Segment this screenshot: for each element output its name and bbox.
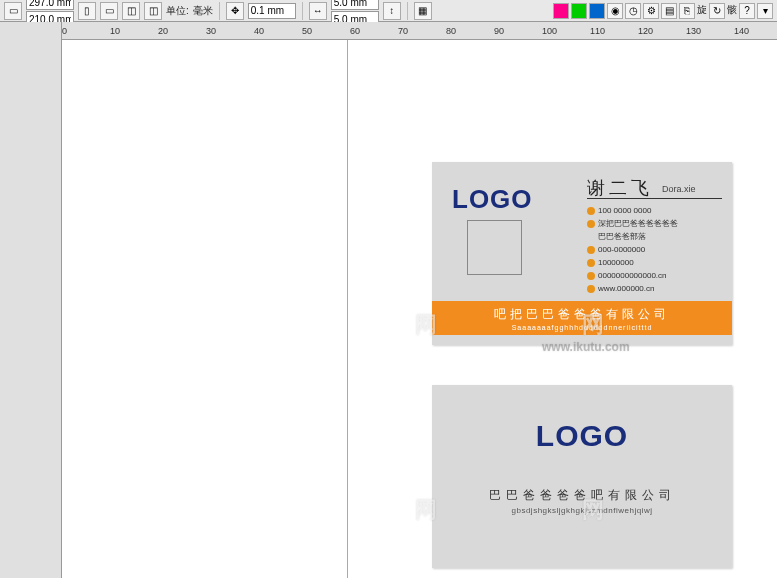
nudge-icon[interactable]: ✥ <box>226 2 244 20</box>
contact-info-list: 100 0000 0000 深把巴巴爸爸爸爸爸爸 巴巴爸爸部落 000-0000… <box>587 204 678 295</box>
divider-line <box>587 198 722 199</box>
info-line: 10000000 <box>598 256 634 269</box>
left-ruler <box>0 22 62 578</box>
top-toolbar: ▭ ▯ ▭ ◫ ◫ 单位: 毫米 ✥ ↔ ↕ ▦ ◉ ◷ ⚙ ▤ ⎘ 旋 ↻ 骸… <box>0 0 777 22</box>
logo-text-back: LOGO <box>536 419 628 453</box>
ruler-tick: 90 <box>494 26 504 36</box>
info-line: www.000000.cn <box>598 282 654 295</box>
info-line: 巴巴爸爸部落 <box>598 230 646 243</box>
pages-icon[interactable]: ◫ <box>122 2 140 20</box>
web-icon <box>587 285 595 293</box>
eyedropper-icon[interactable]: ◉ <box>607 3 623 19</box>
ruler-tick: 0 <box>62 26 67 36</box>
company-name-cn: 吧把巴巴爸爸爸有限公司 <box>494 306 670 323</box>
info-line: 0000000000000.cn <box>598 269 667 282</box>
info-line: 000-0000000 <box>598 243 645 256</box>
info-line: 100 0000 0000 <box>598 204 651 217</box>
color-blue-icon[interactable] <box>589 3 605 19</box>
ruler-tick: 50 <box>302 26 312 36</box>
person-name-en: Dora.xie <box>662 184 696 194</box>
mail-icon <box>587 272 595 280</box>
portrait-icon[interactable]: ▯ <box>78 2 96 20</box>
link-icon[interactable]: ⎘ <box>679 3 695 19</box>
ruler-tick: 60 <box>350 26 360 36</box>
ruler-tick: 100 <box>542 26 557 36</box>
info-line: 深把巴巴爸爸爸爸爸爸 <box>598 217 678 230</box>
units-label: 单位: <box>166 4 189 18</box>
ruler-tick: 110 <box>590 26 605 36</box>
gear-icon[interactable]: ⚙ <box>643 3 659 19</box>
business-card-back[interactable]: LOGO 巴巴爸爸爸爸吧有限公司 gbsdjshgksljgkhgkjszmdn… <box>432 385 732 568</box>
ruler-tick: 130 <box>686 26 701 36</box>
canvas[interactable]: LOGO 谢二飞 Dora.xie 100 0000 0000 深把巴巴爸爸爸爸… <box>62 40 777 578</box>
pages-facing-icon[interactable]: ◫ <box>144 2 162 20</box>
phone-icon <box>587 207 595 215</box>
person-name: 谢二飞 <box>587 176 653 200</box>
business-card-front[interactable]: LOGO 谢二飞 Dora.xie 100 0000 0000 深把巴巴爸爸爸爸… <box>432 162 732 345</box>
ruler-tick: 10 <box>110 26 120 36</box>
top-ruler: 0102030405060708090100110120130140 <box>62 22 777 40</box>
units-value: 毫米 <box>193 4 213 18</box>
landscape-icon[interactable]: ▭ <box>100 2 118 20</box>
nudge-input[interactable] <box>248 3 296 19</box>
cn-button[interactable]: 骸 <box>727 3 737 19</box>
grid-icon[interactable]: ▤ <box>661 3 677 19</box>
fax-icon <box>587 246 595 254</box>
rotate-icon[interactable]: ↻ <box>709 3 725 19</box>
clock-icon[interactable]: ◷ <box>625 3 641 19</box>
help-icon[interactable]: ? <box>739 3 755 19</box>
workspace: 0102030405060708090100110120130140 LOGO … <box>0 22 777 578</box>
dup-y-icon[interactable]: ↕ <box>383 2 401 20</box>
close-icon[interactable]: ▾ <box>757 3 773 19</box>
ruler-tick: 30 <box>206 26 216 36</box>
color-magenta-icon[interactable] <box>553 3 569 19</box>
back-company-en: gbsdjshgksljgkhgkjszmdnfiwehjqiwj <box>512 506 653 515</box>
ruler-tick: 70 <box>398 26 408 36</box>
company-name-en: Saaaaaaafgghhhddddddnneriicitttd <box>512 324 653 331</box>
back-company-cn: 巴巴爸爸爸爸吧有限公司 <box>489 487 676 504</box>
logo-text: LOGO <box>452 184 533 215</box>
photo-placeholder <box>467 220 522 275</box>
right-tool-icons: ◉ ◷ ⚙ ▤ ⎘ 旋 ↻ 骸 ? ▾ <box>553 3 773 19</box>
page-width-input[interactable] <box>26 0 74 10</box>
snap-icon[interactable]: ▦ <box>414 2 432 20</box>
page-edge-guide <box>347 40 348 578</box>
ruler-tick: 80 <box>446 26 456 36</box>
ruler-tick: 140 <box>734 26 749 36</box>
ruler-tick: 20 <box>158 26 168 36</box>
page-setup-icon[interactable]: ▭ <box>4 2 22 20</box>
color-green-icon[interactable] <box>571 3 587 19</box>
addr-icon <box>587 220 595 228</box>
company-bar: 吧把巴巴爸爸爸有限公司 Saaaaaaafgghhhddddddnneriici… <box>432 301 732 335</box>
dup-x-input[interactable] <box>331 0 379 10</box>
rotate-label: 旋 <box>697 3 707 19</box>
ruler-tick: 40 <box>254 26 264 36</box>
ruler-tick: 120 <box>638 26 653 36</box>
qq-icon <box>587 259 595 267</box>
dup-x-icon[interactable]: ↔ <box>309 2 327 20</box>
